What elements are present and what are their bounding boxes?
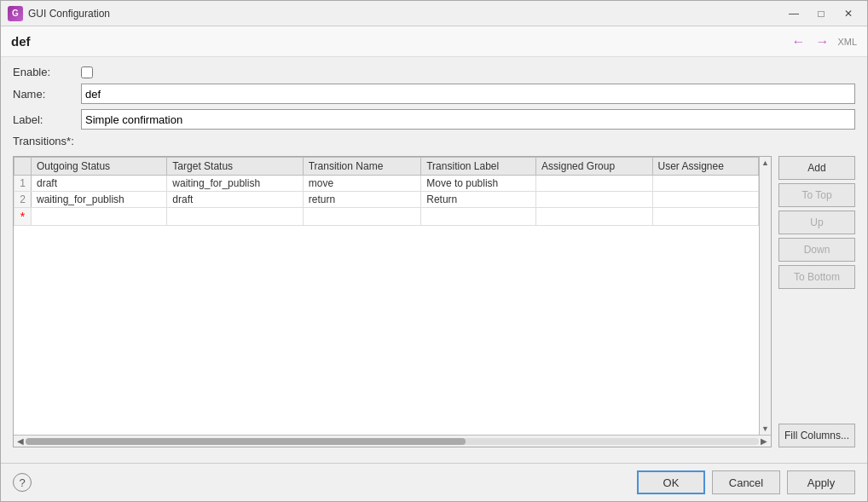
row-empty-6 bbox=[652, 208, 759, 226]
transitions-table: Outgoing Status Target Status Transition… bbox=[14, 157, 759, 226]
header-bar: def ← → XML bbox=[1, 26, 867, 57]
row-star: * bbox=[14, 208, 32, 226]
enable-label: Enable: bbox=[13, 66, 81, 78]
col-trans-label: Transition Label bbox=[421, 158, 536, 176]
app-icon: G bbox=[8, 6, 23, 21]
close-button[interactable]: ✕ bbox=[836, 4, 860, 23]
col-target: Target Status bbox=[167, 158, 303, 176]
row-empty-1 bbox=[32, 208, 167, 226]
ok-button[interactable]: OK bbox=[637, 470, 705, 494]
name-label: Name: bbox=[13, 88, 81, 101]
cancel-button[interactable]: Cancel bbox=[712, 470, 780, 494]
help-button[interactable]: ? bbox=[13, 473, 32, 492]
scroll-down-arrow[interactable]: ▼ bbox=[761, 424, 769, 433]
table-inner: Outgoing Status Target Status Transition… bbox=[14, 157, 771, 435]
scrollbar-thumb bbox=[26, 438, 466, 445]
back-button[interactable]: ← bbox=[788, 32, 808, 51]
to-top-button[interactable]: To Top bbox=[778, 183, 855, 207]
forward-button[interactable]: → bbox=[812, 32, 832, 51]
col-user: User Assignee bbox=[652, 158, 759, 176]
header-actions: ← → XML bbox=[788, 32, 857, 51]
row-transname-2: return bbox=[303, 192, 421, 208]
window-title: GUI Configuration bbox=[28, 8, 782, 20]
main-window: G GUI Configuration — □ ✕ def ← → XML En… bbox=[0, 0, 868, 502]
row-empty-2 bbox=[167, 208, 303, 226]
add-button[interactable]: Add bbox=[778, 156, 855, 180]
down-button[interactable]: Down bbox=[778, 238, 855, 262]
content-area: Enable: Name: Label: Transitions*: bbox=[1, 57, 867, 463]
scroll-up-arrow[interactable]: ▲ bbox=[761, 159, 769, 167]
maximize-button[interactable]: □ bbox=[809, 4, 833, 23]
name-input[interactable] bbox=[81, 84, 855, 104]
enable-row: Enable: bbox=[13, 66, 855, 78]
page-title: def bbox=[11, 34, 31, 49]
horizontal-scrollbar[interactable]: ◀ ▶ bbox=[14, 435, 771, 447]
row-user-1 bbox=[652, 176, 759, 192]
to-bottom-button[interactable]: To Bottom bbox=[778, 265, 855, 289]
transitions-label-row: Transitions*: bbox=[13, 135, 855, 151]
col-num bbox=[14, 158, 32, 176]
row-outgoing-1: draft bbox=[32, 176, 167, 192]
table-section: Outgoing Status Target Status Transition… bbox=[13, 156, 855, 447]
row-empty-4 bbox=[421, 208, 536, 226]
title-bar: G GUI Configuration — □ ✕ bbox=[1, 1, 867, 26]
row-num-1: 1 bbox=[14, 176, 32, 192]
row-outgoing-2: waiting_for_publish bbox=[32, 192, 167, 208]
row-user-2 bbox=[652, 192, 759, 208]
scrollbar-track bbox=[26, 438, 759, 445]
col-group: Assigned Group bbox=[536, 158, 652, 176]
row-group-2 bbox=[536, 192, 652, 208]
row-empty-5 bbox=[536, 208, 652, 226]
footer-right: OK Cancel Apply bbox=[637, 470, 855, 494]
fill-columns-button[interactable]: Fill Columns... bbox=[778, 424, 855, 447]
label-label: Label: bbox=[13, 113, 81, 126]
footer-left: ? bbox=[13, 473, 32, 492]
footer: ? OK Cancel Apply bbox=[1, 463, 867, 501]
help-icon: ? bbox=[19, 476, 25, 489]
up-button[interactable]: Up bbox=[778, 211, 855, 234]
row-group-1 bbox=[536, 176, 652, 192]
col-outgoing: Outgoing Status bbox=[32, 158, 167, 176]
table-row-new[interactable]: * bbox=[14, 208, 759, 226]
minimize-button[interactable]: — bbox=[782, 4, 806, 23]
table-scroll[interactable]: Outgoing Status Target Status Transition… bbox=[14, 157, 759, 435]
scroll-right-arrow[interactable]: ▶ bbox=[759, 436, 769, 446]
table-row[interactable]: 1 draft waiting_for_publish move Move to… bbox=[14, 176, 759, 192]
transitions-label: Transitions*: bbox=[13, 135, 74, 147]
col-trans-name: Transition Name bbox=[303, 158, 421, 176]
enable-checkbox[interactable] bbox=[81, 66, 93, 78]
row-transname-1: move bbox=[303, 176, 421, 192]
transitions-table-container: Outgoing Status Target Status Transition… bbox=[13, 156, 772, 447]
row-empty-3 bbox=[303, 208, 421, 226]
xml-label: XML bbox=[837, 37, 857, 47]
label-row: Label: bbox=[13, 109, 855, 130]
window-controls: — □ ✕ bbox=[782, 4, 860, 23]
row-num-2: 2 bbox=[14, 192, 32, 208]
vertical-scrollbar[interactable]: ▲ ▼ bbox=[759, 157, 771, 435]
name-row: Name: bbox=[13, 84, 855, 104]
scroll-left-arrow[interactable]: ◀ bbox=[15, 436, 26, 446]
label-input[interactable] bbox=[81, 109, 855, 130]
table-header-row: Outgoing Status Target Status Transition… bbox=[14, 158, 759, 176]
row-target-2: draft bbox=[167, 192, 303, 208]
apply-button[interactable]: Apply bbox=[787, 470, 855, 494]
row-translabel-1: Move to publish bbox=[421, 176, 536, 192]
row-translabel-2: Return bbox=[421, 192, 536, 208]
row-target-1: waiting_for_publish bbox=[167, 176, 303, 192]
side-buttons: Add To Top Up Down To Bottom Fill Column… bbox=[778, 156, 855, 447]
table-row[interactable]: 2 waiting_for_publish draft return Retur… bbox=[14, 192, 759, 208]
